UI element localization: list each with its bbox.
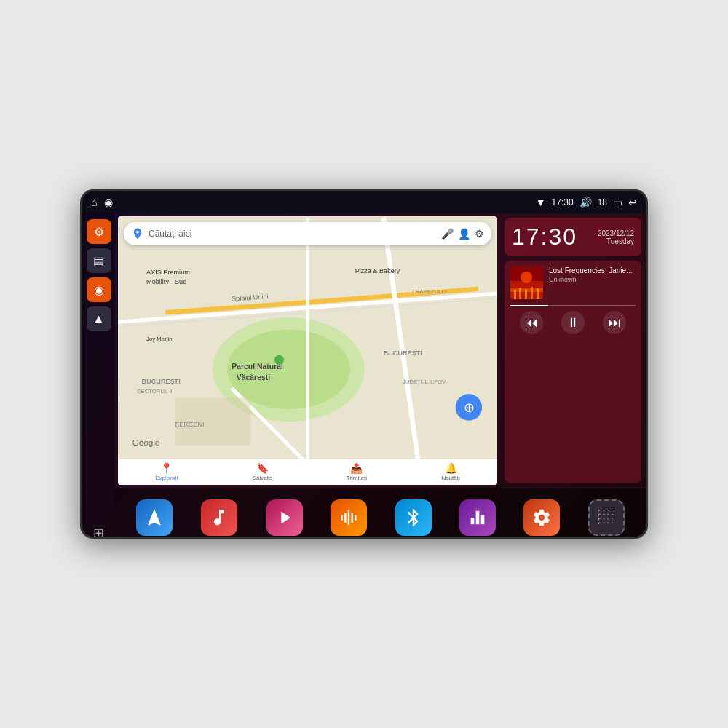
map-mic-icon[interactable]: 🎤 xyxy=(441,228,454,240)
maps-nav-icon[interactable]: ◉ xyxy=(104,197,113,208)
settings-icon: ⚙ xyxy=(94,225,104,239)
main-area: ⚙ ▤ ◉ ▲ ⊞ xyxy=(82,213,646,539)
maps-sidebar-icon: ◉ xyxy=(94,283,104,297)
bluetooth-icon-bg xyxy=(395,499,432,536)
app-add[interactable]: add xyxy=(588,499,625,539)
app-bluetooth[interactable]: Bluetooth xyxy=(395,499,432,539)
svg-text:Joy Merlin: Joy Merlin xyxy=(146,336,173,342)
navi-svg xyxy=(144,507,165,528)
music-progress-bar[interactable] xyxy=(510,305,636,306)
video-player-svg xyxy=(274,507,295,528)
app-music-player[interactable]: Music Player xyxy=(200,499,238,539)
svg-point-27 xyxy=(521,272,532,283)
sidebar-grid-button[interactable]: ⊞ xyxy=(87,521,111,539)
bluetooth-svg xyxy=(403,507,424,528)
svg-rect-31 xyxy=(525,289,527,299)
send-label: Trimiteți xyxy=(347,475,367,481)
prev-icon: ⏮ xyxy=(525,315,538,331)
map-nav-news[interactable]: 🔔 Noutăți xyxy=(441,462,459,481)
clock-time: 17:30 xyxy=(512,223,577,250)
volume-icon[interactable]: 🔊 xyxy=(579,197,592,208)
svg-text:TRAPEZULUI: TRAPEZULUI xyxy=(412,288,448,295)
settings-icon-bg xyxy=(523,499,560,536)
sidebar-nav-button[interactable]: ▲ xyxy=(87,306,111,331)
equalizer-svg xyxy=(467,507,488,528)
svg-text:Google: Google xyxy=(132,438,160,447)
music-text: Lost Frequencies_Janie... Unknown xyxy=(549,266,636,299)
explore-label: Explorați xyxy=(155,475,178,481)
music-pause-button[interactable]: ⏸ xyxy=(561,311,585,334)
right-panel: 17:30 2023/12/12 Tuesday xyxy=(500,213,646,488)
grid-icon: ⊞ xyxy=(93,525,104,539)
map-bottom-nav: 📍 Explorați 🔖 Salvate 📤 Trimiteți � xyxy=(118,459,497,485)
home-icon[interactable]: ⌂ xyxy=(91,197,97,208)
status-right-icons: ▼ 17:30 🔊 18 ▭ ↩ xyxy=(536,197,637,208)
map-nav-explore[interactable]: 📍 Explorați xyxy=(155,462,178,481)
settings-svg xyxy=(531,507,552,528)
music-info-row: Lost Frequencies_Janie... Unknown xyxy=(510,266,636,299)
svg-text:Parcul Natural: Parcul Natural xyxy=(232,363,283,371)
music-controls: ⏮ ⏸ ⏭ xyxy=(510,311,636,334)
svg-rect-30 xyxy=(519,288,521,299)
app-equalizer[interactable]: Equalizer xyxy=(459,499,496,539)
send-icon: 📤 xyxy=(350,462,363,474)
music-widget: Lost Frequencies_Janie... Unknown ⏮ xyxy=(505,261,641,483)
explore-icon: 📍 xyxy=(160,462,173,474)
music-prev-button[interactable]: ⏮ xyxy=(520,311,543,334)
album-art-image xyxy=(510,266,543,299)
map-view: Splaiul Unirii BUCUREȘTI SECTORUL 4 BUCU… xyxy=(118,216,497,485)
map-search-text: Căutați aici xyxy=(149,229,437,239)
music-artist: Unknown xyxy=(549,276,636,283)
app-video-player[interactable]: Video Player xyxy=(266,499,303,539)
google-maps-icon xyxy=(131,227,144,240)
sidebar-settings-button[interactable]: ⚙ xyxy=(87,219,111,244)
map-nav-saved[interactable]: 🔖 Salvate xyxy=(253,462,272,481)
map-panel[interactable]: Căutați aici 🎤 👤 ⚙ xyxy=(118,216,497,485)
news-icon: 🔔 xyxy=(445,462,457,474)
device-shell: ⌂ ◉ ▼ 17:30 🔊 18 ▭ ↩ ⚙ ▤ ◉ xyxy=(80,189,648,539)
svg-text:⊕: ⊕ xyxy=(464,400,475,415)
news-label: Noutăți xyxy=(441,475,459,481)
clock-date: 2023/12/12 xyxy=(598,229,634,237)
content-area: Căutați aici 🎤 👤 ⚙ xyxy=(115,213,646,539)
svg-text:BERCENI: BERCENI xyxy=(175,421,205,428)
status-left-icons: ⌂ ◉ xyxy=(91,197,113,208)
svg-text:BUCUREȘTI: BUCUREȘTI xyxy=(142,378,181,385)
back-icon[interactable]: ↩ xyxy=(628,197,637,208)
map-search-bar[interactable]: Căutați aici 🎤 👤 ⚙ xyxy=(124,222,491,245)
svg-rect-32 xyxy=(531,287,533,299)
clock-day: Tuesday xyxy=(598,237,634,245)
music-next-button[interactable]: ⏭ xyxy=(603,311,626,334)
app-settings[interactable]: Settings xyxy=(523,499,560,539)
sidebar-files-button[interactable]: ▤ xyxy=(87,248,111,273)
svg-text:Mobility - Sud: Mobility - Sud xyxy=(146,278,186,285)
status-bar: ⌂ ◉ ▼ 17:30 🔊 18 ▭ ↩ xyxy=(82,191,646,213)
svg-rect-29 xyxy=(514,290,516,299)
svg-text:Pizza & Bakery: Pizza & Bakery xyxy=(355,267,400,274)
video-player-icon-bg xyxy=(266,499,303,536)
add-svg xyxy=(596,507,617,528)
map-user-icon[interactable]: 👤 xyxy=(458,228,470,240)
pause-icon: ⏸ xyxy=(566,315,579,331)
radio-icon-bg xyxy=(331,499,367,536)
svg-text:JUDEȚUL ILFOV: JUDEȚUL ILFOV xyxy=(403,379,446,385)
files-icon: ▤ xyxy=(93,254,104,268)
map-nav-send[interactable]: 📤 Trimiteți xyxy=(347,462,367,481)
app-grid-row: Navi Music Player xyxy=(115,488,646,539)
music-player-icon-bg xyxy=(201,499,237,536)
top-row: Căutați aici 🎤 👤 ⚙ xyxy=(115,213,646,488)
add-icon-bg xyxy=(588,499,625,536)
map-gear-icon[interactable]: ⚙ xyxy=(475,228,484,240)
nav-icon: ▲ xyxy=(93,312,105,325)
navi-icon xyxy=(136,499,173,536)
app-radio[interactable]: radio xyxy=(331,499,367,539)
sidebar-maps-button[interactable]: ◉ xyxy=(87,277,111,302)
next-icon: ⏭ xyxy=(608,315,621,331)
svg-point-17 xyxy=(274,355,284,365)
app-navi[interactable]: Navi xyxy=(136,499,173,539)
wifi-icon: ▼ xyxy=(536,197,546,208)
battery-level: 18 xyxy=(598,197,607,207)
battery-icon: ▭ xyxy=(613,197,622,208)
music-progress-fill xyxy=(510,305,548,306)
svg-rect-33 xyxy=(537,288,539,299)
